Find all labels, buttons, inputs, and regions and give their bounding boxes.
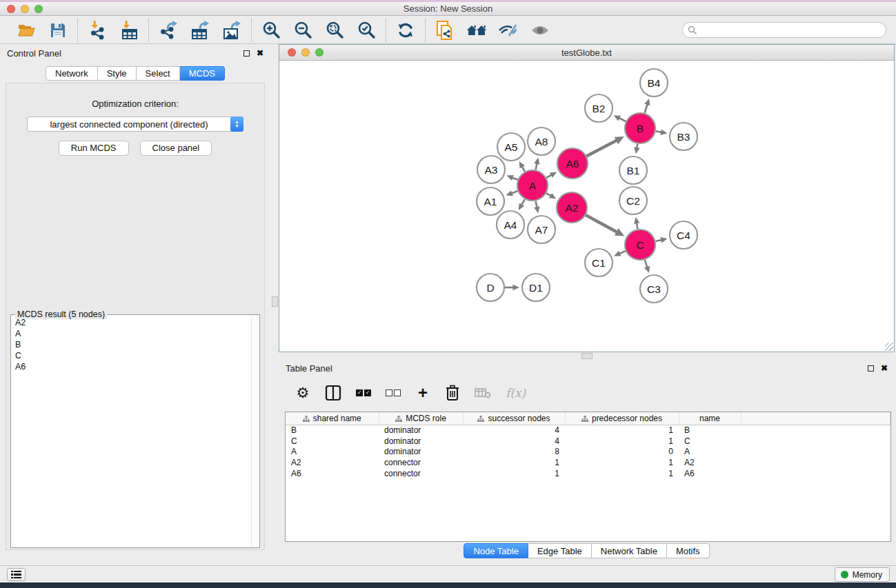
cell-MCDS-role[interactable]: connector	[379, 457, 463, 468]
column-header-MCDS-role[interactable]: MCDS role	[379, 412, 463, 425]
task-history-button[interactable]	[7, 568, 26, 581]
open-session-icon[interactable]	[16, 20, 37, 41]
zoom-window-button[interactable]	[34, 5, 43, 13]
minimize-window-button[interactable]	[21, 5, 29, 13]
table-settings-icon[interactable]: ⚙	[295, 384, 310, 402]
cell-successor-nodes[interactable]: 8	[463, 447, 565, 458]
tab-mcds[interactable]: MCDS	[180, 66, 225, 81]
edge-A2-C[interactable]	[586, 215, 617, 232]
cell-name[interactable]: B	[679, 425, 741, 436]
close-table-panel-icon[interactable]: ✖	[881, 365, 888, 372]
cell-predecessor-nodes[interactable]: 1	[565, 425, 679, 436]
horizontal-splitter-grip[interactable]	[581, 353, 593, 359]
table-row[interactable]: Bdominator41B	[286, 425, 890, 436]
export-table-icon[interactable]	[190, 20, 210, 41]
cell-shared-name[interactable]: C	[286, 436, 379, 447]
import-table-icon[interactable]	[119, 20, 139, 41]
minimize-view-button[interactable]	[301, 48, 310, 57]
result-item[interactable]: A6	[13, 361, 250, 372]
criterion-dropdown[interactable]: largest connected component (directed) ▲…	[27, 116, 243, 132]
zoom-fit-icon[interactable]	[324, 20, 345, 41]
select-all-icon[interactable]: ✓✓	[356, 384, 371, 402]
refresh-icon[interactable]	[395, 20, 416, 41]
result-item[interactable]: C	[13, 350, 250, 361]
zoom-out-icon[interactable]	[292, 20, 313, 41]
column-header-shared-name[interactable]: shared name	[286, 412, 379, 425]
cell-shared-name[interactable]: A2	[286, 457, 379, 468]
cell-successor-nodes[interactable]: 1	[463, 468, 565, 479]
result-item[interactable]: A2	[13, 317, 250, 328]
zoom-in-icon[interactable]	[261, 20, 281, 41]
tab-style[interactable]: Style	[98, 66, 137, 81]
cell-MCDS-role[interactable]: dominator	[379, 447, 463, 458]
import-network-icon[interactable]	[87, 20, 108, 41]
cell-name[interactable]: A6	[679, 468, 741, 479]
cell-predecessor-nodes[interactable]: 1	[565, 436, 679, 447]
mcds-result-list[interactable]: A2ABCA6	[13, 317, 250, 545]
edge-A-A7[interactable]	[536, 201, 537, 208]
vertical-splitter-grip[interactable]	[272, 296, 278, 307]
close-window-button[interactable]	[7, 5, 15, 13]
cell-name[interactable]: C	[679, 436, 741, 447]
close-panel-icon[interactable]: ✖	[257, 50, 263, 57]
cell-shared-name[interactable]: A	[286, 447, 379, 458]
memory-button[interactable]: Memory	[835, 567, 890, 582]
edge-A-A1[interactable]	[511, 191, 518, 194]
close-panel-button[interactable]: Close panel	[140, 141, 212, 156]
zoom-selected-icon[interactable]	[356, 20, 377, 41]
resize-grip-icon[interactable]	[885, 343, 893, 351]
cell-shared-name[interactable]: B	[286, 425, 379, 436]
cell-MCDS-role[interactable]: dominator	[379, 436, 463, 447]
close-view-button[interactable]	[288, 48, 296, 57]
first-neighbors-icon[interactable]	[466, 20, 487, 41]
table-row[interactable]: Adominator80A	[286, 447, 890, 458]
cell-successor-nodes[interactable]: 4	[463, 425, 565, 436]
float-table-panel-icon[interactable]	[868, 365, 874, 372]
cell-MCDS-role[interactable]: connector	[379, 468, 463, 479]
tab-network-table[interactable]: Network Table	[592, 543, 667, 558]
table-row[interactable]: Cdominator41C	[286, 436, 890, 447]
export-image-icon[interactable]	[221, 20, 242, 41]
cell-successor-nodes[interactable]: 4	[463, 436, 565, 447]
tab-select[interactable]: Select	[137, 66, 180, 81]
edge-C-C1[interactable]	[619, 251, 626, 254]
cell-successor-nodes[interactable]: 1	[463, 457, 565, 468]
cell-MCDS-role[interactable]: dominator	[379, 425, 463, 436]
show-all-icon[interactable]	[530, 20, 550, 41]
table-row[interactable]: A2connector11A2	[286, 457, 890, 468]
hide-selected-icon[interactable]	[498, 20, 519, 41]
result-item[interactable]: A	[13, 328, 250, 339]
run-mcds-button[interactable]: Run MCDS	[59, 141, 129, 156]
cell-name[interactable]: A2	[679, 457, 741, 468]
cell-shared-name[interactable]: A6	[286, 468, 379, 479]
edge-B-B4[interactable]	[645, 104, 648, 113]
network-canvas[interactable]: AA1A2A3A4A5A6A7A8BB1B2B3B4CC1C2C3C4DD1	[279, 61, 894, 352]
edge-A-A4[interactable]	[521, 199, 525, 205]
edge-C-C3[interactable]	[645, 260, 648, 268]
cell-predecessor-nodes[interactable]: 1	[565, 468, 679, 479]
zoom-view-button[interactable]	[315, 48, 323, 57]
add-column-icon[interactable]: +	[415, 384, 430, 402]
column-header-name[interactable]: name	[679, 412, 741, 425]
search-input[interactable]	[682, 22, 886, 38]
cell-predecessor-nodes[interactable]: 1	[565, 457, 679, 468]
tab-edge-table[interactable]: Edge Table	[528, 543, 592, 558]
result-item[interactable]: B	[13, 339, 250, 350]
float-panel-icon[interactable]	[243, 50, 250, 57]
export-network-icon[interactable]	[158, 20, 179, 41]
deselect-all-icon[interactable]	[386, 384, 401, 402]
cell-predecessor-nodes[interactable]: 0	[565, 447, 679, 458]
result-scrollbar[interactable]	[251, 316, 259, 547]
new-network-from-selection-icon[interactable]	[435, 20, 455, 41]
column-header-predecessor-nodes[interactable]: predecessor nodes	[565, 412, 679, 425]
edge-A-A8[interactable]	[536, 163, 537, 170]
tab-network[interactable]: Network	[46, 66, 98, 81]
tab-motifs[interactable]: Motifs	[667, 543, 710, 558]
edge-B-B2[interactable]	[619, 118, 626, 121]
save-session-icon[interactable]	[48, 20, 68, 41]
delete-column-icon[interactable]	[445, 384, 460, 402]
tab-node-table[interactable]: Node Table	[464, 543, 528, 558]
column-visibility-icon[interactable]	[325, 384, 341, 402]
edge-A6-B[interactable]	[586, 140, 617, 156]
cell-name[interactable]: A	[679, 447, 741, 458]
